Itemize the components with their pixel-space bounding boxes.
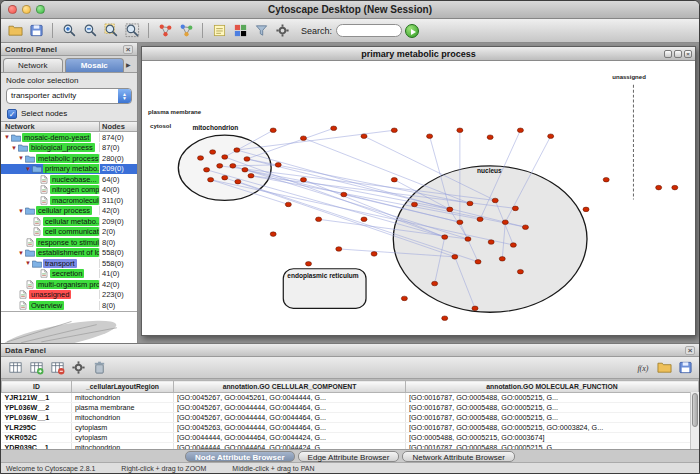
table-cell[interactable]: [GO:0016787, GO:0005488, GO:0005215, G..… (406, 393, 699, 403)
column-header[interactable]: annotation.GO MOLECULAR_FUNCTION (406, 381, 699, 393)
table-cell[interactable]: [GO:0044444, GO:0044464, GO:0044424, G..… (174, 433, 406, 443)
network-node[interactable] (222, 175, 228, 180)
network-node[interactable] (477, 217, 483, 222)
network-node[interactable] (502, 220, 508, 225)
table-cell[interactable]: [GO:0045267, GO:0045261, GO:0044444, G..… (174, 393, 406, 403)
filters-icon[interactable] (252, 22, 270, 40)
tree-row-nitrogen-compo[interactable]: nitrogen compo...40(0) (1, 185, 137, 196)
table-cell[interactable]: [GO:0045267, GO:0044444, GO:0044464, G..… (174, 403, 406, 413)
network-node[interactable] (465, 237, 471, 242)
network-node[interactable] (336, 247, 342, 252)
expander-icon[interactable]: ▼ (24, 164, 32, 174)
network-node[interactable] (583, 207, 589, 212)
table-cell[interactable]: plasma membrane (72, 403, 174, 413)
table-cell[interactable]: [GO:0016787, GO:0005488, GO:0005215, G..… (406, 443, 699, 450)
select-attributes-icon[interactable] (6, 359, 24, 377)
network-node[interactable] (656, 185, 662, 190)
network-node[interactable] (341, 192, 347, 197)
network-node[interactable] (391, 177, 397, 182)
network-node[interactable] (603, 177, 609, 182)
scrollbar-thumb[interactable] (692, 393, 698, 427)
table-cell[interactable]: cytoplasm (72, 423, 174, 433)
network-node[interactable] (361, 217, 367, 222)
network-node[interactable] (517, 128, 523, 133)
tree-row-cellular-metabo[interactable]: cellular metabo...209(0) (1, 216, 137, 227)
network-node[interactable] (475, 260, 481, 265)
expander-icon[interactable]: ▼ (17, 153, 25, 163)
table-row[interactable]: YPL036W__2plasma membrane[GO:0045267, GO… (2, 403, 699, 413)
birds-eye-view[interactable] (1, 311, 137, 344)
network-node[interactable] (305, 262, 311, 267)
export-attributes-icon[interactable] (676, 359, 694, 377)
network-node[interactable] (427, 134, 433, 139)
network-view-titlebar[interactable]: primary metabolic process × (142, 47, 695, 61)
inner-minimize-icon[interactable] (664, 50, 672, 58)
network-node[interactable] (442, 316, 448, 321)
table-cell[interactable]: [GO:0045267, GO:0044444, GO:0044464, G..… (174, 413, 406, 423)
table-row[interactable]: YPL036W__1mitochondrion[GO:0045267, GO:0… (2, 413, 699, 423)
network-node[interactable] (487, 135, 493, 140)
tree-row-overview[interactable]: Overview8(0) (1, 300, 137, 311)
delete-attribute-icon[interactable] (48, 359, 66, 377)
tab-node-attribute-browser[interactable]: Node Attribute Browser (185, 451, 295, 462)
zoom-out-icon[interactable] (81, 22, 99, 40)
table-cell[interactable]: YPL036W__1 (2, 413, 72, 423)
table-row[interactable]: YJR121W__1mitochondrion[GO:0045267, GO:0… (2, 393, 699, 403)
tree-row-secretion[interactable]: secretion41(0) (1, 269, 137, 280)
network-node[interactable] (452, 255, 458, 260)
network-node[interactable] (285, 202, 291, 207)
network-node[interactable] (472, 306, 478, 311)
inner-maximize-icon[interactable] (674, 50, 682, 58)
network-node[interactable] (447, 207, 453, 212)
network-node[interactable] (210, 150, 216, 155)
network-node[interactable] (492, 198, 498, 203)
network-node[interactable] (235, 179, 241, 184)
select-nodes-checkbox[interactable]: ✓ (7, 109, 17, 119)
save-session-icon[interactable] (27, 22, 45, 40)
hide-selected-icon[interactable] (156, 22, 174, 40)
tree-row-nucleobase[interactable]: nucleobase...64(0) (1, 174, 137, 185)
network-node[interactable] (361, 134, 367, 139)
network-node[interactable] (488, 240, 494, 245)
column-header[interactable]: _cellularLayoutRegion (72, 381, 174, 393)
table-cell[interactable]: YLR295C (2, 423, 72, 433)
tree-row-multi-organism-pro[interactable]: multi-organism pro...42(0) (1, 279, 137, 290)
table-cell[interactable]: cytoplasm (72, 433, 174, 443)
tree-row-mosaic-demo-yeast[interactable]: ▼mosaic-demo-yeast874(0) (1, 132, 137, 143)
search-input[interactable] (336, 24, 402, 37)
column-header-nodes[interactable]: Nodes (99, 122, 137, 131)
column-header-network[interactable]: Network (1, 122, 99, 131)
new-network-from-selection-icon[interactable] (177, 22, 195, 40)
network-node[interactable] (300, 177, 306, 182)
column-header[interactable]: ID (2, 381, 72, 393)
minimize-window-button[interactable] (22, 5, 31, 14)
network-canvas[interactable]: mitochondrionnucleusendoplasmic reticulu… (142, 61, 695, 335)
network-node[interactable] (244, 157, 250, 162)
expander-icon[interactable]: ▼ (10, 143, 18, 153)
tab-network-attribute-browser[interactable]: Network Attribute Browser (402, 451, 514, 462)
expander-icon[interactable]: ▼ (3, 132, 11, 142)
network-node[interactable] (270, 128, 276, 133)
tree-row-cell-communicati[interactable]: cell communicati...2(0) (1, 227, 137, 238)
tabs-overflow-icon[interactable]: ▶ (126, 58, 135, 72)
import-attributes-icon[interactable] (655, 359, 673, 377)
tree-row-response-to-stimul[interactable]: response to stimul...8(0) (1, 237, 137, 248)
network-node[interactable] (242, 168, 248, 173)
network-node[interactable] (300, 136, 306, 141)
network-node[interactable] (371, 252, 377, 257)
annotation-icon[interactable] (210, 22, 228, 40)
control-panel-close-icon[interactable]: × (123, 45, 133, 54)
tab-edge-attribute-browser[interactable]: Edge Attribute Browser (298, 451, 400, 462)
zoom-selected-region-icon[interactable] (102, 22, 120, 40)
network-node[interactable] (331, 126, 337, 131)
network-node[interactable] (411, 202, 417, 207)
network-node[interactable] (467, 201, 473, 206)
table-cell[interactable]: [GO:0005488, GO:0005215, GO:0003674] (406, 433, 699, 443)
zoom-in-icon[interactable] (60, 22, 78, 40)
network-node[interactable] (442, 235, 448, 240)
tree-row-cellular-process[interactable]: ▼cellular process42(0) (1, 206, 137, 217)
network-node[interactable] (248, 173, 254, 178)
network-node[interactable] (316, 217, 322, 222)
network-node[interactable] (222, 155, 228, 160)
network-node[interactable] (401, 296, 407, 301)
